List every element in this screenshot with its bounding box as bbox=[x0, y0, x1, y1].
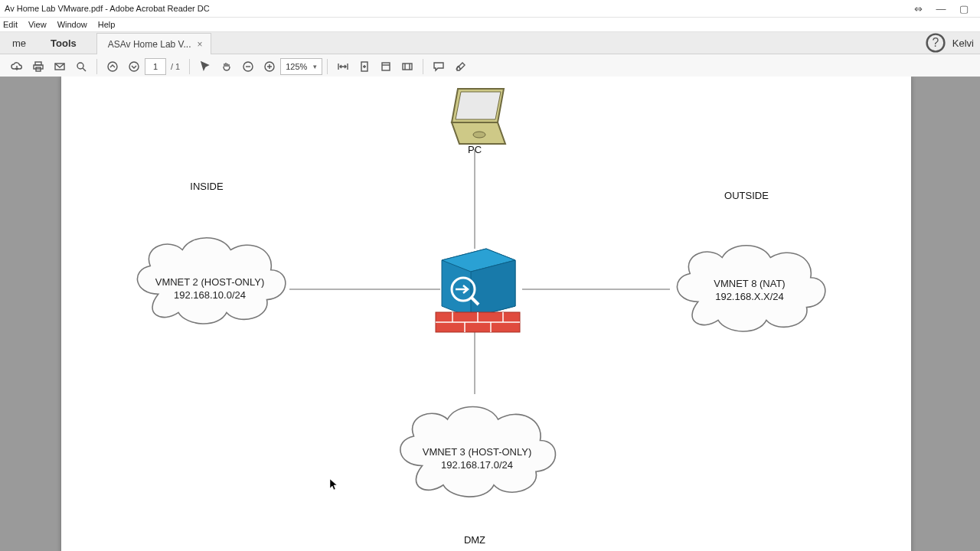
zone-inside-label: INSIDE bbox=[190, 181, 224, 192]
firewall-icon bbox=[436, 249, 520, 332]
window-title: Av Home Lab VMware.pdf - Adobe Acrobat R… bbox=[5, 4, 906, 13]
comment-icon[interactable] bbox=[430, 57, 448, 76]
fullscreen-icon[interactable] bbox=[377, 57, 395, 76]
page-number-input[interactable]: 1 bbox=[145, 58, 166, 75]
tab-tools[interactable]: Tools bbox=[38, 32, 89, 54]
svg-point-7 bbox=[108, 62, 117, 71]
svg-point-6 bbox=[77, 63, 83, 69]
menu-help[interactable]: Help bbox=[98, 20, 116, 29]
toolbar-separator bbox=[327, 59, 328, 74]
svg-point-8 bbox=[129, 62, 139, 71]
zoom-level-value: 125% bbox=[286, 59, 307, 74]
close-tab-icon[interactable]: × bbox=[198, 39, 203, 50]
account-name[interactable]: Kelvi bbox=[946, 32, 980, 54]
pc-icon: PC bbox=[452, 89, 505, 155]
cloud-outside-line1: VMNET 8 (NAT) bbox=[714, 278, 785, 289]
svg-point-21 bbox=[473, 132, 485, 138]
chevron-down-icon: ▾ bbox=[313, 59, 317, 74]
mouse-cursor-icon bbox=[329, 478, 338, 493]
cloud-outside-line2: 192.168.X.X/24 bbox=[715, 291, 784, 302]
svg-marker-19 bbox=[456, 92, 501, 119]
pc-label: PC bbox=[468, 144, 482, 155]
menu-view[interactable]: View bbox=[28, 20, 47, 29]
fit-width-icon[interactable] bbox=[334, 57, 352, 76]
zoom-in-icon[interactable] bbox=[260, 57, 279, 76]
page-down-icon[interactable] bbox=[125, 57, 143, 76]
page-count-label: / 1 bbox=[171, 62, 180, 71]
cloud-dmz-line1: VMNET 3 (HOST-ONLY) bbox=[423, 446, 532, 458]
toolbar-separator bbox=[96, 59, 97, 74]
cloud-inside-line2: 192.168.10.0/24 bbox=[174, 289, 246, 301]
svg-rect-13 bbox=[403, 64, 412, 70]
page-up-icon[interactable] bbox=[103, 57, 122, 76]
cloud-inside-line1: VMNET 2 (HOST-ONLY) bbox=[155, 276, 265, 288]
tab-document[interactable]: ASAv Home Lab V... × bbox=[96, 33, 211, 54]
menu-window[interactable]: Window bbox=[57, 20, 87, 29]
maximize-button[interactable]: ▢ bbox=[952, 3, 975, 15]
zone-dmz-label: DMZ bbox=[464, 534, 485, 546]
tab-home[interactable]: me bbox=[0, 32, 38, 54]
svg-text:?: ? bbox=[932, 36, 939, 49]
document-viewport[interactable]: PC INSIDE OUTSIDE DMZ VMNET 2 (HOST-ONLY… bbox=[0, 77, 980, 551]
zone-outside-label: OUTSIDE bbox=[724, 190, 769, 201]
toolbar-separator bbox=[423, 59, 423, 74]
hand-tool-icon[interactable] bbox=[217, 57, 236, 76]
select-tool-icon[interactable] bbox=[196, 57, 214, 76]
menu-edit[interactable]: Edit bbox=[3, 20, 18, 29]
restore-down-icon[interactable]: ⇔ bbox=[906, 3, 929, 15]
zoom-level-select[interactable]: 125% ▾ bbox=[280, 58, 322, 75]
search-icon[interactable] bbox=[72, 57, 90, 76]
email-icon[interactable] bbox=[51, 57, 69, 76]
sign-icon[interactable] bbox=[451, 57, 469, 76]
print-icon[interactable] bbox=[29, 57, 47, 76]
window-titlebar: Av Home Lab VMware.pdf - Adobe Acrobat R… bbox=[0, 0, 980, 18]
zoom-out-icon[interactable] bbox=[239, 57, 257, 76]
cloud-dmz-line2: 192.168.17.0/24 bbox=[441, 459, 513, 471]
pdf-page: PC INSIDE OUTSIDE DMZ VMNET 2 (HOST-ONLY… bbox=[61, 77, 911, 551]
toolbar-separator bbox=[189, 59, 190, 74]
help-icon[interactable]: ? bbox=[925, 32, 946, 54]
minimize-button[interactable]: ― bbox=[929, 3, 952, 15]
read-mode-icon[interactable] bbox=[398, 57, 416, 76]
save-cloud-icon[interactable] bbox=[8, 57, 26, 76]
tab-strip: me Tools ASAv Home Lab V... × ? Kelvi bbox=[0, 32, 980, 54]
fit-page-icon[interactable] bbox=[355, 57, 374, 76]
svg-rect-12 bbox=[382, 63, 390, 70]
tab-document-label: ASAv Home Lab V... bbox=[108, 39, 191, 50]
menu-bar: Edit View Window Help bbox=[0, 18, 980, 32]
